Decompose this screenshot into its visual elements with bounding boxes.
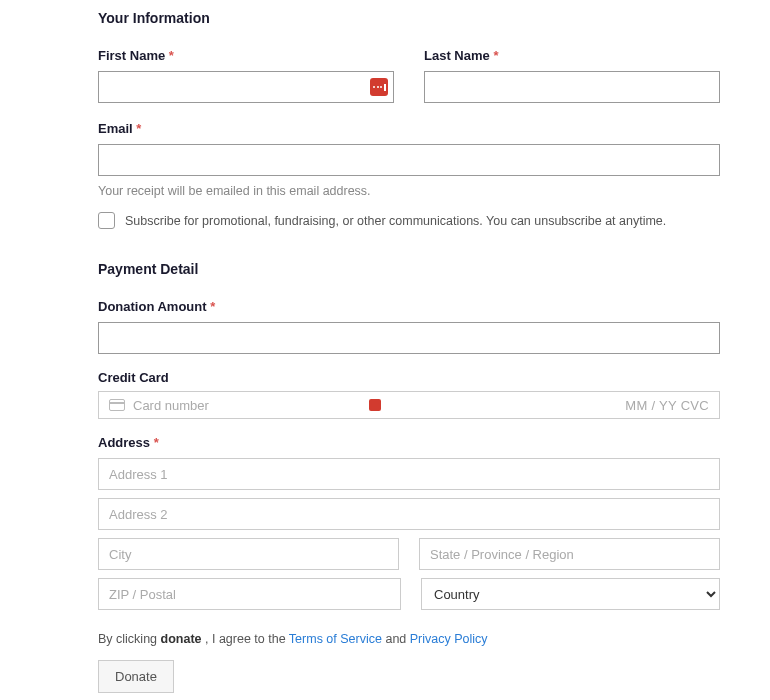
- required-mark: *: [493, 48, 498, 63]
- password-manager-icon[interactable]: [369, 399, 381, 411]
- section-title-info: Your Information: [98, 10, 720, 26]
- donation-amount-label: Donation Amount *: [98, 299, 720, 314]
- password-manager-icon[interactable]: [370, 78, 388, 96]
- required-mark: *: [136, 121, 141, 136]
- required-mark: *: [169, 48, 174, 63]
- required-mark: *: [154, 435, 159, 450]
- donation-amount-input[interactable]: [98, 322, 720, 354]
- address2-input[interactable]: [98, 498, 720, 530]
- card-number-placeholder: Card number: [133, 398, 361, 413]
- address-label: Address *: [98, 435, 720, 450]
- zip-input[interactable]: [98, 578, 401, 610]
- subscribe-label: Subscribe for promotional, fundraising, …: [125, 214, 666, 228]
- agreement-text: By clicking donate , I agree to the Term…: [98, 632, 720, 646]
- required-mark: *: [210, 299, 215, 314]
- address1-input[interactable]: [98, 458, 720, 490]
- state-input[interactable]: [419, 538, 720, 570]
- last-name-label: Last Name *: [424, 48, 720, 63]
- first-name-input[interactable]: [98, 71, 394, 103]
- email-input[interactable]: [98, 144, 720, 176]
- section-title-payment: Payment Detail: [98, 261, 720, 277]
- terms-link[interactable]: Terms of Service: [289, 632, 382, 646]
- privacy-link[interactable]: Privacy Policy: [410, 632, 488, 646]
- email-hint: Your receipt will be emailed in this ema…: [98, 184, 720, 198]
- email-label: Email *: [98, 121, 720, 136]
- first-name-label: First Name *: [98, 48, 394, 63]
- credit-card-label: Credit Card: [98, 370, 720, 385]
- country-select[interactable]: Country: [421, 578, 720, 610]
- credit-card-icon: [109, 399, 125, 411]
- card-expiry-cvc-placeholder: MM / YY CVC: [625, 398, 709, 413]
- subscribe-checkbox[interactable]: [98, 212, 115, 229]
- donate-button[interactable]: Donate: [98, 660, 174, 693]
- credit-card-field[interactable]: Card number MM / YY CVC: [98, 391, 720, 419]
- city-input[interactable]: [98, 538, 399, 570]
- last-name-input[interactable]: [424, 71, 720, 103]
